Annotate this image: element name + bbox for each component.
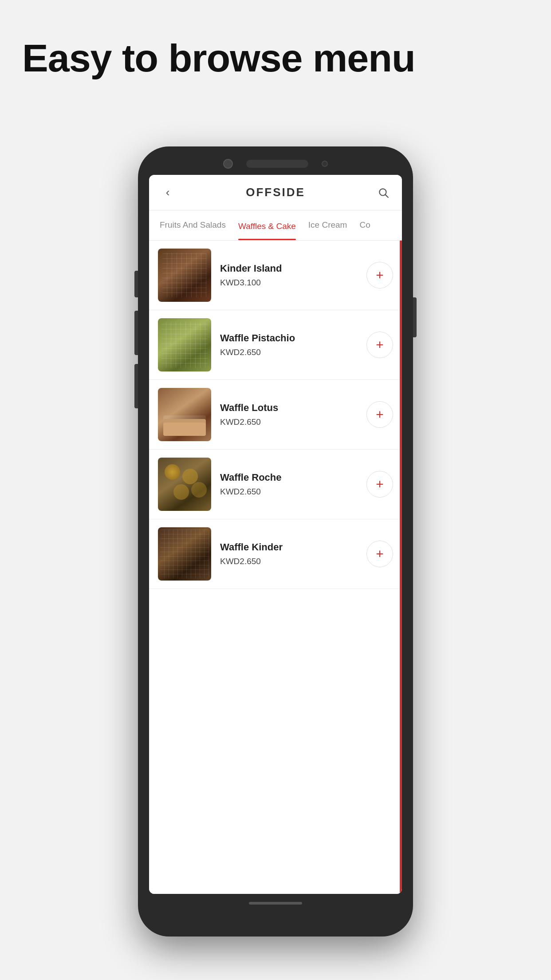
tab-ice-cream[interactable]: Ice Cream bbox=[302, 210, 354, 240]
item-price-waffle-pistachio: KWD2.650 bbox=[220, 348, 358, 357]
add-button-waffle-lotus[interactable]: + bbox=[366, 401, 393, 428]
scroll-indicator bbox=[400, 241, 402, 894]
tab-waffles-underline bbox=[238, 239, 296, 240]
page-heading: Easy to browse menu bbox=[22, 36, 415, 80]
app-title: OFFSIDE bbox=[246, 186, 305, 199]
item-price-kinder-island: KWD3.100 bbox=[220, 278, 358, 288]
speaker-grille bbox=[246, 160, 308, 168]
item-image-waffle-pistachio bbox=[158, 318, 211, 371]
tab-icecream-underline bbox=[308, 239, 347, 240]
menu-item-waffle-roche[interactable]: Waffle Roche KWD2.650 + bbox=[149, 450, 402, 519]
tab-co[interactable]: Co bbox=[353, 210, 376, 240]
item-image-waffle-kinder bbox=[158, 527, 211, 581]
item-name-waffle-pistachio: Waffle Pistachio bbox=[220, 332, 358, 344]
menu-item-waffle-pistachio[interactable]: Waffle Pistachio KWD2.650 + bbox=[149, 310, 402, 380]
item-image-waffle-roche bbox=[158, 458, 211, 511]
tab-co-label: Co bbox=[359, 220, 370, 234]
add-button-waffle-roche[interactable]: + bbox=[366, 471, 393, 498]
search-icon bbox=[378, 187, 389, 198]
front-camera bbox=[223, 159, 233, 169]
menu-list: Kinder Island KWD3.100 + Waffle Pistachi… bbox=[149, 241, 402, 894]
item-info-waffle-lotus: Waffle Lotus KWD2.650 bbox=[220, 402, 358, 427]
tab-waffles-and-cake[interactable]: Waffles & Cake bbox=[232, 210, 302, 240]
tab-fruits-underline bbox=[160, 239, 226, 240]
tab-waffles-label: Waffles & Cake bbox=[238, 221, 296, 234]
menu-item-waffle-kinder[interactable]: Waffle Kinder KWD2.650 + bbox=[149, 519, 402, 589]
menu-item-kinder-island[interactable]: Kinder Island KWD3.100 + bbox=[149, 241, 402, 310]
app-header: ‹ OFFSIDE bbox=[149, 175, 402, 210]
phone-bottom bbox=[144, 902, 407, 905]
phone-screen: ‹ OFFSIDE Fruits And Salads Waffles & Ca… bbox=[149, 175, 402, 894]
item-price-waffle-roche: KWD2.650 bbox=[220, 487, 358, 497]
add-button-kinder-island[interactable]: + bbox=[366, 262, 393, 288]
back-button[interactable]: ‹ bbox=[160, 185, 176, 201]
phone-top-bar bbox=[144, 159, 407, 169]
search-button[interactable] bbox=[375, 185, 391, 201]
menu-item-waffle-lotus[interactable]: Waffle Lotus KWD2.650 + bbox=[149, 380, 402, 450]
volume-up-button bbox=[134, 311, 138, 355]
item-name-kinder-island: Kinder Island bbox=[220, 263, 358, 274]
mute-button bbox=[134, 271, 138, 297]
tab-icecream-label: Ice Cream bbox=[308, 220, 347, 234]
item-name-waffle-lotus: Waffle Lotus bbox=[220, 402, 358, 414]
category-tabs: Fruits And Salads Waffles & Cake Ice Cre… bbox=[149, 210, 402, 241]
item-info-waffle-roche: Waffle Roche KWD2.650 bbox=[220, 472, 358, 497]
item-info-waffle-kinder: Waffle Kinder KWD2.650 bbox=[220, 541, 358, 566]
svg-line-1 bbox=[386, 194, 388, 197]
tab-fruits-label: Fruits And Salads bbox=[160, 220, 226, 234]
item-name-waffle-kinder: Waffle Kinder bbox=[220, 541, 358, 553]
tab-fruits-and-salads[interactable]: Fruits And Salads bbox=[153, 210, 232, 240]
power-button bbox=[413, 297, 417, 337]
item-price-waffle-kinder: KWD2.650 bbox=[220, 557, 358, 566]
item-image-kinder-island bbox=[158, 249, 211, 302]
add-button-waffle-pistachio[interactable]: + bbox=[366, 332, 393, 358]
add-button-waffle-kinder[interactable]: + bbox=[366, 541, 393, 567]
item-name-waffle-roche: Waffle Roche bbox=[220, 472, 358, 483]
item-info-waffle-pistachio: Waffle Pistachio KWD2.650 bbox=[220, 332, 358, 357]
tab-co-underline bbox=[359, 239, 370, 240]
item-image-waffle-lotus bbox=[158, 388, 211, 441]
item-price-waffle-lotus: KWD2.650 bbox=[220, 417, 358, 427]
home-indicator bbox=[249, 902, 302, 905]
volume-down-button bbox=[134, 364, 138, 408]
phone-mockup: ‹ OFFSIDE Fruits And Salads Waffles & Ca… bbox=[138, 146, 413, 937]
sensor-dot bbox=[322, 161, 328, 167]
item-info-kinder-island: Kinder Island KWD3.100 bbox=[220, 263, 358, 288]
